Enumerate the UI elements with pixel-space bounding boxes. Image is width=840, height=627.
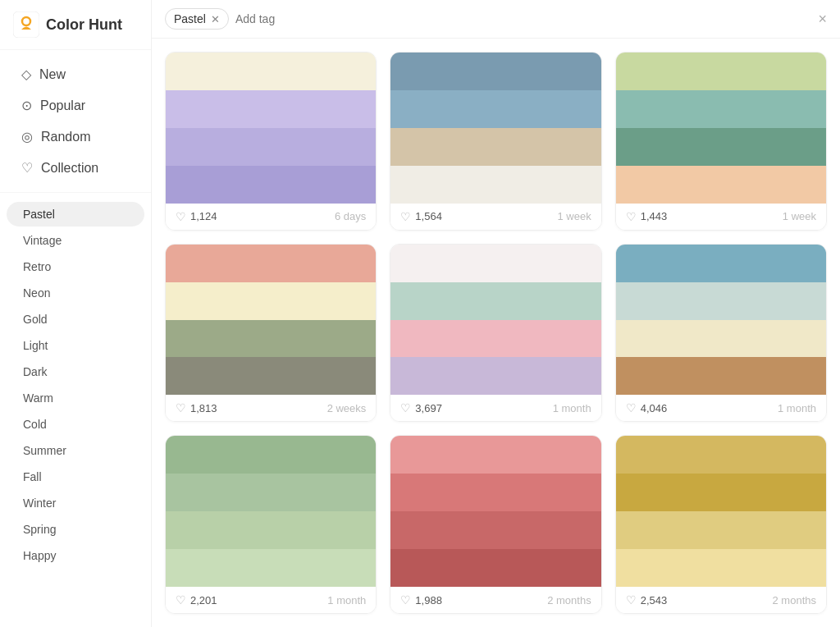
logo-icon [13, 11, 39, 38]
palette-time-p3: 1 week [783, 210, 816, 222]
main-nav: ◇ New ⊙ Popular ◎ Random ♡ Collection [0, 50, 151, 193]
palette-colors-p8 [390, 436, 600, 587]
color-swatch-2 [166, 511, 376, 549]
color-swatch-1 [166, 474, 376, 511]
heart-icon: ♡ [400, 593, 411, 606]
palette-footer-p4: ♡1,8132 weeks [166, 395, 376, 421]
color-swatch-2 [166, 128, 376, 166]
like-count: 2,543 [641, 594, 668, 606]
sidebar: Color Hunt ◇ New ⊙ Popular ◎ Random ♡ Co… [0, 0, 152, 627]
remove-tag-button[interactable]: ✕ [211, 13, 220, 25]
palette-card-p8[interactable]: ♡1,9882 months [390, 435, 601, 614]
tag-item-vintage[interactable]: Vintage [7, 228, 144, 253]
color-swatch-3 [390, 166, 600, 204]
palette-footer-p3: ♡1,4431 week [616, 204, 826, 230]
like-count: 2,201 [190, 594, 217, 606]
tag-item-light[interactable]: Light [7, 333, 144, 358]
tag-item-dark[interactable]: Dark [7, 359, 144, 384]
palette-time-p4: 2 weeks [327, 402, 367, 414]
nav-item-random[interactable]: ◎ Random [7, 121, 144, 152]
tag-item-spring[interactable]: Spring [7, 517, 144, 542]
color-swatch-3 [616, 357, 826, 395]
nav-item-new[interactable]: ◇ New [7, 59, 144, 89]
palette-time-p5: 1 month [553, 402, 591, 414]
palette-time-p8: 2 months [547, 594, 591, 606]
heart-icon: ♡ [176, 401, 186, 414]
color-swatch-2 [390, 128, 600, 166]
tag-list: PastelVintageRetroNeonGoldLightDarkWarmC… [0, 193, 151, 577]
palette-time-p7: 1 month [327, 594, 366, 606]
tag-item-happy[interactable]: Happy [7, 543, 144, 568]
palette-card-p1[interactable]: ♡1,1246 days [165, 52, 377, 231]
nav-label-popular: Popular [40, 98, 85, 113]
color-swatch-3 [390, 357, 600, 395]
color-swatch-2 [390, 320, 600, 358]
heart-icon: ♡ [400, 210, 411, 223]
palette-likes-p8[interactable]: ♡1,988 [400, 593, 442, 606]
popular-icon: ⊙ [21, 98, 32, 113]
tag-item-pastel[interactable]: Pastel [7, 202, 144, 227]
palette-footer-p2: ♡1,5641 week [390, 204, 600, 230]
palette-time-p9: 2 months [773, 594, 816, 606]
color-swatch-1 [390, 90, 600, 128]
palette-likes-p4[interactable]: ♡1,813 [176, 401, 217, 414]
tag-item-neon[interactable]: Neon [7, 281, 144, 305]
palette-card-p9[interactable]: ♡2,5432 months [615, 435, 827, 614]
palette-likes-p6[interactable]: ♡4,046 [626, 401, 668, 414]
palette-footer-p9: ♡2,5432 months [616, 587, 826, 613]
color-swatch-3 [166, 549, 376, 587]
color-swatch-0 [390, 436, 600, 474]
palette-time-p1: 6 days [335, 210, 366, 222]
color-swatch-1 [616, 90, 826, 128]
tag-item-summer[interactable]: Summer [7, 438, 144, 463]
active-tag-label: Pastel [174, 12, 206, 25]
palette-likes-p2[interactable]: ♡1,564 [400, 210, 442, 223]
tag-item-warm[interactable]: Warm [7, 386, 144, 410]
color-swatch-0 [166, 245, 376, 282]
color-swatch-0 [616, 245, 826, 282]
color-swatch-3 [166, 166, 376, 204]
palette-card-p7[interactable]: ♡2,2011 month [165, 435, 377, 614]
tag-item-retro[interactable]: Retro [7, 254, 144, 279]
app-logo[interactable]: Color Hunt [0, 0, 151, 50]
nav-item-collection[interactable]: ♡ Collection [7, 153, 144, 183]
tag-item-winter[interactable]: Winter [7, 491, 144, 515]
palette-card-p2[interactable]: ♡1,5641 week [390, 52, 601, 231]
palette-colors-p6 [616, 245, 826, 396]
like-count: 3,697 [415, 402, 442, 414]
tag-item-gold[interactable]: Gold [7, 307, 144, 332]
color-swatch-2 [166, 320, 376, 358]
heart-icon: ♡ [626, 210, 637, 223]
palette-colors-p1 [166, 53, 376, 204]
palette-colors-p2 [390, 53, 600, 204]
palette-card-p6[interactable]: ♡4,0461 month [615, 244, 827, 423]
palette-likes-p1[interactable]: ♡1,124 [176, 210, 217, 223]
color-swatch-0 [166, 53, 376, 90]
like-count: 4,046 [641, 402, 668, 414]
color-swatch-0 [390, 245, 600, 282]
active-tag-chip[interactable]: Pastel ✕ [165, 8, 229, 30]
add-tag-input[interactable] [235, 12, 812, 25]
palette-likes-p9[interactable]: ♡2,543 [626, 593, 668, 606]
collection-icon: ♡ [21, 160, 33, 176]
palette-grid: ♡1,1246 days♡1,5641 week♡1,4431 week♡1,8… [152, 39, 840, 627]
color-swatch-1 [166, 282, 376, 320]
random-icon: ◎ [21, 129, 33, 144]
palette-card-p3[interactable]: ♡1,4431 week [615, 52, 827, 231]
palette-colors-p9 [616, 436, 826, 587]
color-swatch-2 [616, 511, 826, 549]
search-close-button[interactable]: × [818, 11, 827, 28]
palette-card-p5[interactable]: ♡3,6971 month [390, 244, 601, 423]
tag-item-cold[interactable]: Cold [7, 412, 144, 437]
palette-likes-p5[interactable]: ♡3,697 [400, 401, 442, 414]
palette-colors-p7 [166, 436, 376, 587]
nav-item-popular[interactable]: ⊙ Popular [7, 90, 144, 121]
heart-icon: ♡ [626, 401, 637, 414]
palette-footer-p7: ♡2,2011 month [166, 587, 376, 613]
palette-card-p4[interactable]: ♡1,8132 weeks [165, 244, 377, 423]
palette-footer-p1: ♡1,1246 days [166, 204, 376, 230]
palette-footer-p6: ♡4,0461 month [616, 395, 826, 421]
palette-likes-p7[interactable]: ♡2,201 [176, 593, 217, 606]
palette-likes-p3[interactable]: ♡1,443 [626, 210, 668, 223]
tag-item-fall[interactable]: Fall [7, 465, 144, 489]
